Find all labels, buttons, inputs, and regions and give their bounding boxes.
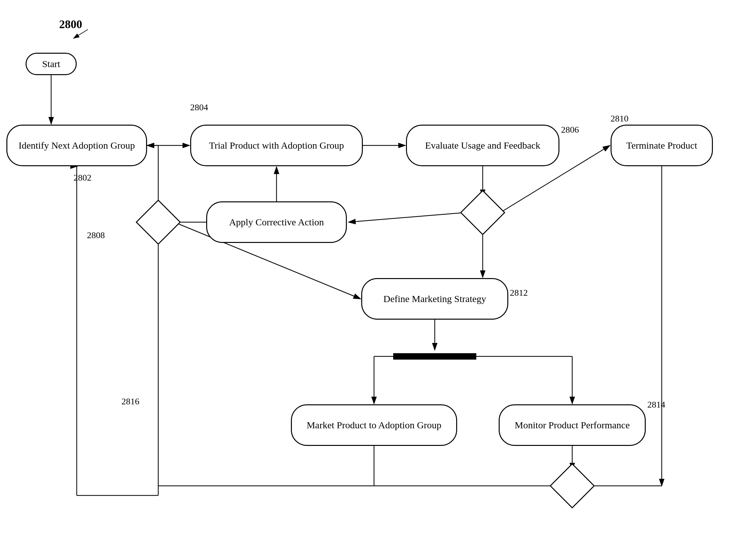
terminate-node: Terminate Product	[611, 125, 713, 166]
diagram-container: 2800	[0, 0, 741, 560]
ref-2806: 2806	[561, 125, 579, 135]
identify-node: Identify Next Adoption Group	[6, 125, 147, 166]
bottom-gateway	[549, 463, 595, 508]
start-node: Start	[25, 53, 77, 75]
diagram-title: 2800	[59, 17, 82, 31]
ref-2816: 2816	[122, 396, 139, 407]
define-node: Define Marketing Strategy	[361, 278, 508, 320]
market-node: Market Product to Adoption Group	[291, 404, 457, 446]
ref-2808: 2808	[87, 230, 105, 240]
ref-2814: 2814	[647, 400, 665, 410]
ref-2802: 2802	[73, 172, 91, 183]
sync-bar	[393, 353, 476, 360]
monitor-node: Monitor Product Performance	[499, 404, 646, 446]
evaluate-node: Evaluate Usage and Feedback	[406, 125, 559, 166]
left-gateway	[136, 200, 181, 244]
trial-node: Trial Product with Adoption Group	[190, 125, 363, 166]
ref-2804: 2804	[190, 102, 208, 113]
apply-node: Apply Corrective Action	[206, 201, 347, 243]
evaluate-gateway	[460, 190, 505, 235]
ref-2810: 2810	[611, 114, 628, 124]
ref-2812: 2812	[510, 288, 528, 298]
svg-line-8	[348, 213, 465, 222]
